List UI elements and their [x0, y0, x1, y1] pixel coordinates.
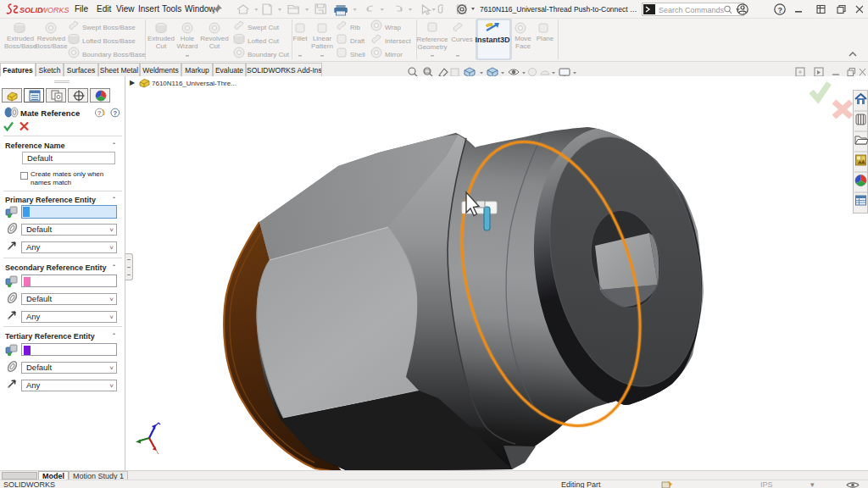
svg-text:?: ? — [97, 109, 102, 117]
svg-text:?: ? — [778, 6, 783, 14]
svg-text:WORKS: WORKS — [41, 6, 70, 14]
svg-text:?: ? — [113, 109, 117, 117]
